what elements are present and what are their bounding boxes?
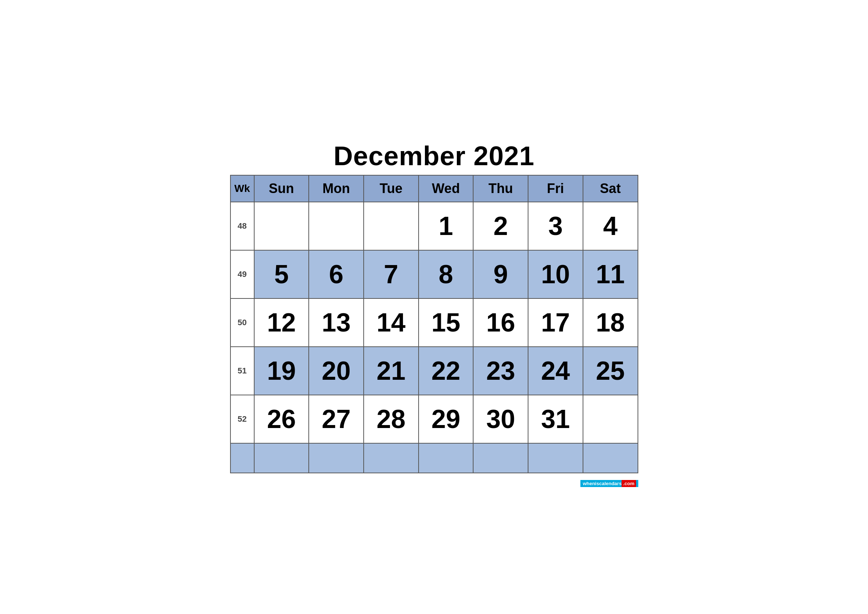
day-cell-1: 1 — [418, 202, 474, 250]
day-cell-18: 18 — [583, 298, 638, 347]
day-cell-20: 20 — [309, 347, 364, 395]
extra-cell-5 — [473, 443, 528, 473]
header-row: Wk Sun Mon Tue Wed Thu Fri Sat — [231, 175, 638, 202]
day-cell-11: 11 — [583, 250, 638, 298]
day-cell-14: 14 — [364, 298, 418, 347]
sat-header: Sat — [583, 175, 638, 202]
wk-header: Wk — [231, 175, 254, 202]
week-row-50: 5012131415161718 — [231, 298, 638, 347]
calendar-body: 4812344956789101150121314151617185119202… — [231, 202, 638, 473]
day-cell-16: 16 — [473, 298, 528, 347]
day-cell-22: 22 — [418, 347, 474, 395]
week-row-48: 481234 — [231, 202, 638, 250]
day-cell-31: 31 — [528, 395, 583, 443]
day-cell-17: 17 — [528, 298, 583, 347]
extra-row — [231, 443, 638, 473]
fri-header: Fri — [528, 175, 583, 202]
mon-header: Mon — [309, 175, 364, 202]
day-cell-21: 21 — [364, 347, 418, 395]
day-cell-12: 12 — [254, 298, 309, 347]
calendar-title: December 2021 — [230, 141, 638, 171]
day-cell-15: 15 — [418, 298, 474, 347]
extra-cell-3 — [364, 443, 418, 473]
tue-header: Tue — [364, 175, 418, 202]
day-cell-10: 10 — [528, 250, 583, 298]
day-cell-3: 3 — [528, 202, 583, 250]
extra-cell-0 — [231, 443, 254, 473]
extra-cell-2 — [309, 443, 364, 473]
wk-cell-49: 49 — [231, 250, 254, 298]
day-cell-6: 6 — [309, 250, 364, 298]
day-cell-9: 9 — [473, 250, 528, 298]
day-cell-23: 23 — [473, 347, 528, 395]
day-cell-27: 27 — [309, 395, 364, 443]
extra-cell-1 — [254, 443, 309, 473]
wk-cell-52: 52 — [231, 395, 254, 443]
day-cell-empty-0-1 — [309, 202, 364, 250]
week-row-51: 5119202122232425 — [231, 347, 638, 395]
day-cell-empty-4-6 — [583, 395, 638, 443]
day-cell-4: 4 — [583, 202, 638, 250]
day-cell-26: 26 — [254, 395, 309, 443]
day-cell-19: 19 — [254, 347, 309, 395]
sun-header: Sun — [254, 175, 309, 202]
day-cell-2: 2 — [473, 202, 528, 250]
day-cell-5: 5 — [254, 250, 309, 298]
day-cell-25: 25 — [583, 347, 638, 395]
watermark-link[interactable]: wheniscalendars.com — [580, 480, 638, 487]
thu-header: Thu — [473, 175, 528, 202]
calendar-table: Wk Sun Mon Tue Wed Thu Fri Sat 481234495… — [230, 175, 638, 473]
wed-header: Wed — [418, 175, 474, 202]
day-cell-28: 28 — [364, 395, 418, 443]
day-cell-empty-0-2 — [364, 202, 418, 250]
day-cell-29: 29 — [418, 395, 474, 443]
day-cell-8: 8 — [418, 250, 474, 298]
week-row-49: 49567891011 — [231, 250, 638, 298]
day-cell-13: 13 — [309, 298, 364, 347]
calendar-container: December 2021 Wk Sun Mon Tue Wed Thu Fri… — [230, 141, 638, 473]
watermark-dot: .com — [622, 480, 636, 487]
watermark[interactable]: wheniscalendars.com — [580, 481, 638, 486]
extra-cell-4 — [418, 443, 474, 473]
day-cell-30: 30 — [473, 395, 528, 443]
wk-cell-50: 50 — [231, 298, 254, 347]
extra-cell-7 — [583, 443, 638, 473]
day-cell-empty-0-0 — [254, 202, 309, 250]
extra-cell-6 — [528, 443, 583, 473]
watermark-text: wheniscalendars — [583, 481, 622, 486]
wk-cell-51: 51 — [231, 347, 254, 395]
week-row-52: 52262728293031 — [231, 395, 638, 443]
day-cell-24: 24 — [528, 347, 583, 395]
wk-cell-48: 48 — [231, 202, 254, 250]
day-cell-7: 7 — [364, 250, 418, 298]
